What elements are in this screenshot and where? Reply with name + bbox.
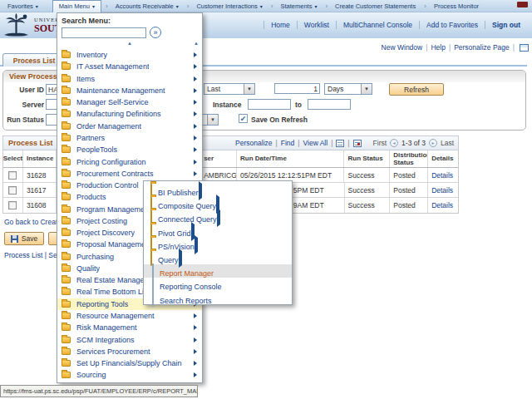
save-button[interactable]: Save bbox=[4, 232, 44, 245]
row-checkbox[interactable] bbox=[8, 186, 17, 195]
submenu-arrow-icon bbox=[194, 171, 197, 176]
folder-icon bbox=[62, 159, 71, 165]
header-link[interactable]: MultiChannel Console bbox=[336, 21, 419, 29]
pager-last[interactable]: Last bbox=[441, 139, 454, 147]
breadcrumb-item[interactable]: Accounts Receivable ▾ bbox=[101, 0, 183, 12]
col-run-status: Run Status bbox=[344, 150, 390, 167]
scroll-up-icon[interactable]: ▲ bbox=[127, 41, 132, 46]
menu-item[interactable]: Partners bbox=[57, 132, 202, 144]
menu-item[interactable]: PeopleTools bbox=[57, 144, 202, 155]
find-link[interactable]: Find bbox=[281, 139, 295, 147]
details-link[interactable]: Details bbox=[431, 171, 453, 180]
folder-icon bbox=[62, 63, 71, 70]
menu-item[interactable]: Sourcing bbox=[57, 369, 202, 381]
row-distribution-cell: Posted bbox=[390, 183, 428, 197]
personalize-page-link[interactable]: Personalize Page bbox=[454, 43, 510, 52]
header-link[interactable]: Add to Favorites bbox=[419, 21, 485, 29]
refresh-button[interactable]: Refresh bbox=[389, 83, 444, 96]
breadcrumb-item[interactable]: Create Customer Statements ▾ bbox=[321, 0, 420, 12]
details-link[interactable]: Details bbox=[431, 186, 453, 195]
zoom-grid-icon[interactable] bbox=[336, 140, 344, 147]
select-dropdown-arrow[interactable]: ▼ bbox=[361, 84, 372, 94]
menu-item[interactable]: SCM Integrations bbox=[57, 333, 202, 345]
menu-item-label: Maintenance Management bbox=[76, 86, 165, 95]
details-link[interactable]: Details bbox=[431, 201, 453, 209]
submenu-item[interactable]: Search Reports bbox=[144, 292, 292, 305]
new-window-link[interactable]: New Window bbox=[382, 43, 423, 52]
breadcrumb-label: Customer Interactions bbox=[196, 2, 257, 10]
menu-item[interactable]: IT Asset Management bbox=[57, 61, 202, 72]
submenu-item[interactable]: Report Manager bbox=[144, 264, 292, 278]
separator: | bbox=[276, 139, 278, 147]
instance-from-input[interactable] bbox=[248, 99, 291, 110]
submenu-item[interactable]: PS/nVision bbox=[144, 238, 292, 251]
menu-item[interactable]: Pricing Configuration bbox=[57, 155, 202, 167]
menu-item[interactable]: Risk Management bbox=[57, 322, 202, 333]
menu-item[interactable]: Items bbox=[57, 73, 202, 85]
pager-range: 1-3 of 3 bbox=[401, 139, 426, 147]
save-icon bbox=[11, 235, 18, 243]
breadcrumb-item[interactable]: Process Monitor ▾ bbox=[420, 0, 483, 12]
days-count-input[interactable] bbox=[274, 83, 320, 94]
status-url-tooltip: https://fms-uat.ps.sc.edu/psp/FUAT/EMPLO… bbox=[0, 385, 198, 397]
menu-item[interactable]: Manufacturing Definitions bbox=[57, 108, 202, 120]
folder-icon bbox=[62, 337, 71, 343]
help-link[interactable]: Help bbox=[431, 43, 445, 52]
submenu-item[interactable]: Reporting Console bbox=[144, 278, 292, 291]
header-link[interactable]: Sign out bbox=[485, 21, 527, 29]
submenu-item[interactable]: Query bbox=[144, 251, 292, 264]
submenu-item-label: Composite Query bbox=[158, 202, 216, 210]
menu-item[interactable]: Order Management bbox=[57, 121, 202, 132]
menu-item-label: PeopleTools bbox=[76, 145, 117, 154]
submenu-arrow-icon bbox=[194, 361, 197, 366]
breadcrumb-item[interactable]: Statements ▾ bbox=[267, 0, 322, 12]
menu-item[interactable]: Resource Management bbox=[57, 310, 202, 322]
menu-scroll-row: ▲ ▲ bbox=[57, 38, 202, 49]
breadcrumb-bar: Favorites ▾ Main Menu ▾ Accounts Receiva… bbox=[0, 0, 532, 12]
scroll-up-icon-right[interactable]: ▲ bbox=[194, 41, 199, 46]
header-link-label: Add to Favorites bbox=[426, 21, 478, 29]
menu-search-input[interactable] bbox=[62, 27, 146, 38]
select-dropdown-arrow[interactable]: ▼ bbox=[244, 84, 254, 94]
folder-icon bbox=[62, 241, 71, 248]
submenu-item[interactable]: Connected Query bbox=[144, 210, 292, 224]
menu-item[interactable]: Inventory bbox=[57, 49, 202, 61]
breadcrumb-label: Accounts Receivable bbox=[116, 2, 174, 10]
view-all-link[interactable]: View All bbox=[303, 139, 328, 147]
submenu-item-label: Report Manager bbox=[160, 269, 214, 278]
save-on-refresh-checkbox[interactable]: ✔ bbox=[239, 114, 248, 123]
download-grid-icon[interactable] bbox=[353, 140, 362, 147]
breadcrumb-item[interactable]: Favorites ▾ bbox=[3, 0, 42, 12]
menu-item-label: IT Asset Management bbox=[76, 62, 149, 71]
header-link[interactable]: Home bbox=[264, 21, 297, 29]
pager-prev-icon[interactable]: ◂ bbox=[390, 139, 398, 147]
go-back-link[interactable]: Go back to Creat bbox=[4, 218, 57, 226]
menu-item[interactable]: Set Up Financials/Supply Chain bbox=[57, 357, 202, 369]
pager-next-icon[interactable]: ▸ bbox=[429, 139, 437, 147]
to-label: to bbox=[295, 101, 305, 109]
chevron-down-icon: ▾ bbox=[176, 3, 179, 9]
personalize-link[interactable]: Personalize bbox=[235, 139, 272, 147]
last-select[interactable]: Last ▼ bbox=[204, 83, 255, 95]
menu-item[interactable]: Procurement Contracts bbox=[57, 168, 202, 180]
window-icon[interactable] bbox=[520, 44, 529, 52]
select-dropdown-arrow[interactable]: ▼ bbox=[207, 115, 218, 125]
row-checkbox[interactable] bbox=[8, 171, 17, 180]
submenu-arrow-icon bbox=[194, 372, 197, 377]
menu-search-go-button[interactable]: » bbox=[150, 27, 161, 38]
row-details-cell: Details bbox=[428, 183, 458, 197]
bottom-page-links[interactable]: Process List | Ser bbox=[4, 251, 59, 259]
menu-item[interactable]: Maintenance Management bbox=[57, 85, 202, 96]
chevron-down-icon: ▾ bbox=[36, 3, 38, 9]
submenu-arrow-icon bbox=[194, 160, 197, 165]
days-select[interactable]: Days ▼ bbox=[324, 83, 372, 95]
menu-item[interactable]: Manager Self-Service bbox=[57, 96, 202, 108]
breadcrumb-item[interactable]: Main Menu ▾ bbox=[52, 0, 101, 12]
breadcrumb-item[interactable]: Customer Interactions ▾ bbox=[183, 0, 267, 12]
row-checkbox[interactable] bbox=[8, 201, 17, 209]
pager-first[interactable]: First bbox=[373, 139, 387, 147]
instance-to-input[interactable] bbox=[308, 99, 351, 110]
header-link[interactable]: Worklist bbox=[297, 21, 336, 29]
header-link-label: Worklist bbox=[304, 21, 329, 29]
menu-item[interactable]: Services Procurement bbox=[57, 346, 202, 357]
